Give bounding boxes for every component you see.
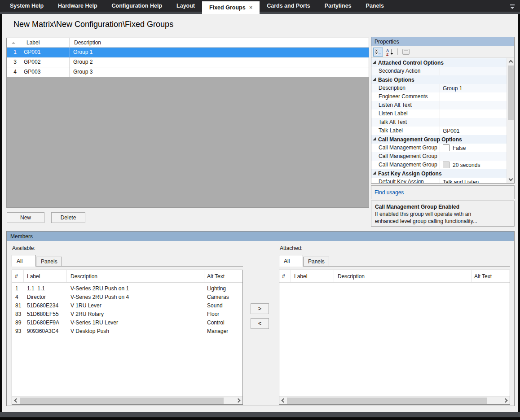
scroll-right-icon [503,398,508,403]
tab-strip-line [12,266,243,267]
spinbox-icon[interactable] [443,162,449,168]
property-pages-icon [402,49,410,55]
list-item[interactable]: 93 909360A3C4 V Desktop Push Manager [12,327,242,335]
new-button[interactable]: New [7,212,44,223]
attached-tab-panels[interactable]: Panels [303,257,329,267]
toolbar-separator [397,48,398,55]
fixed-groups-table: Label Description 1 GP001 Group 1 3 GP00… [6,38,369,208]
property-row[interactable]: Secondary Action [371,67,507,75]
application-window: System Help Hardware Help Configuration … [0,0,520,420]
scrollbar-track[interactable] [287,397,502,404]
property-row[interactable]: Call Management Group False [371,144,507,152]
scrollbar-track[interactable] [20,397,235,404]
collapse-triangle-icon[interactable] [373,61,376,64]
property-category[interactable]: Basic Options [371,75,507,84]
list-item[interactable]: 81 51D680E234 V 1RU Lever Sound [12,301,242,310]
list-item[interactable]: 89 51D680EF9A V-Series 1RU Lever Control [12,318,242,327]
scroll-right-icon [236,398,241,403]
available-label: Available: [12,245,35,251]
collapse-triangle-icon[interactable] [373,171,376,175]
members-panel-title: Members [7,232,514,241]
horizontal-scrollbar-thumb[interactable] [287,398,487,404]
property-category[interactable]: Call Management Group Options [371,135,507,144]
table-header[interactable]: Label Description [7,38,369,48]
tab-partylines[interactable]: Partylines [317,0,359,12]
scroll-right-button[interactable] [235,397,242,404]
property-pages-button[interactable] [401,48,411,57]
collapse-triangle-icon[interactable] [373,78,376,81]
scroll-left-icon [14,398,19,403]
property-row[interactable]: Call Management Group 20 seconds [371,161,507,169]
close-tab-icon[interactable]: × [249,1,253,14]
attached-tab-all[interactable]: All [279,255,303,267]
categorized-icon [375,49,382,55]
tab-fixed-groups[interactable]: Fixed Groups × [202,1,260,14]
list-rows: 1 1.1 1.1 V-Series 2RU Push on 1 Lightin… [12,283,242,396]
horizontal-scrollbar-thumb[interactable] [20,398,224,404]
sort-ascending-icon [12,42,15,44]
scroll-left-button[interactable] [12,397,20,404]
table-row[interactable]: 3 GP002 Group 2 [7,57,369,67]
horizontal-scrollbar[interactable] [279,396,510,404]
horizontal-scrollbar[interactable] [12,396,242,404]
property-row[interactable]: Call Management Group [371,152,507,161]
column-header-description[interactable]: Description [70,38,369,47]
vertical-scrollbar-thumb[interactable] [508,66,514,120]
property-row[interactable]: Listen Alt Text [371,101,507,109]
list-item[interactable]: 83 51D680EF55 V 2RU Rotary Floor [12,310,242,318]
list-header[interactable]: # Label Description Alt Text [279,270,510,283]
table-row[interactable]: 1 GP001 Group 1 [7,48,369,57]
list-item[interactable]: 1 1.1 1.1 V-Series 2RU Push on 1 Lightin… [12,284,242,293]
property-row[interactable]: Listen Label [371,109,507,118]
members-panel: Members Available: All Panels # Label De… [6,231,515,406]
scroll-right-button[interactable] [502,397,510,404]
categorized-view-button[interactable] [373,48,383,57]
table-row[interactable]: 4 GP003 Group 3 [7,67,369,77]
tab-cards-and-ports[interactable]: Cards and Ports [260,0,317,12]
delete-button[interactable]: Delete [51,212,85,223]
attached-label: Attached: [280,245,303,251]
tab-panels[interactable]: Panels [359,0,391,12]
find-usages-box: Find usages [371,185,515,199]
move-right-button[interactable]: > [251,303,269,314]
property-row[interactable]: Talk Label GP001 [371,127,507,135]
column-header-label[interactable]: Label [20,38,70,47]
find-usages-link[interactable]: Find usages [375,189,404,196]
svg-text:Z: Z [386,52,388,56]
tab-layout[interactable]: Layout [169,0,202,12]
move-left-button[interactable]: < [251,318,269,329]
page-title: New Matrix\New Configuration\Fixed Group… [13,20,173,29]
attached-list: # Label Description Alt Text [279,270,510,405]
tab-system-help[interactable]: System Help [3,0,51,12]
properties-panel-title: Properties [371,37,514,46]
property-help-title: Call Management Group Enabled [375,203,511,210]
window-bottom-strip [0,412,520,417]
tab-overflow-icon[interactable] [509,4,516,10]
available-tab-all[interactable]: All [12,255,36,267]
tab-bar: System Help Hardware Help Configuration … [0,0,520,14]
properties-panel: Properties A Z [371,37,515,184]
tab-hardware-help[interactable]: Hardware Help [51,0,105,12]
tab-strip-line [279,266,510,267]
available-tab-panels[interactable]: Panels [36,257,62,267]
list-item[interactable]: 4 Director V-Series 2RU Push on 4 Camera… [12,293,242,301]
scroll-up-icon[interactable] [509,60,513,65]
tab-configuration-help[interactable]: Configuration Help [105,0,170,12]
property-category[interactable]: Attached Control Options [371,58,507,67]
checkbox-icon[interactable] [443,144,449,151]
property-row[interactable]: Default Key Assign Talk and Listen [371,178,507,183]
property-row[interactable]: Talk Alt Text [371,118,507,127]
vertical-scrollbar[interactable] [507,58,514,183]
sort-alphabetical-button[interactable]: A Z [384,48,394,57]
available-list: # Label Description Alt Text 1 1.1 1.1 V… [12,270,243,405]
collapse-triangle-icon[interactable] [373,137,376,140]
property-row[interactable]: Description Group 1 [371,84,507,92]
property-help-box: Call Management Group Enabled If enabled… [371,201,515,227]
sort-column-header[interactable] [7,38,20,47]
property-grid: Attached Control Options Secondary Actio… [371,58,514,183]
list-header[interactable]: # Label Description Alt Text [12,270,242,283]
scroll-down-icon[interactable] [509,177,513,181]
property-category[interactable]: Fast Key Assign Options [371,169,507,178]
scroll-left-button[interactable] [279,397,287,404]
property-row[interactable]: Engineer Comments [371,92,507,101]
